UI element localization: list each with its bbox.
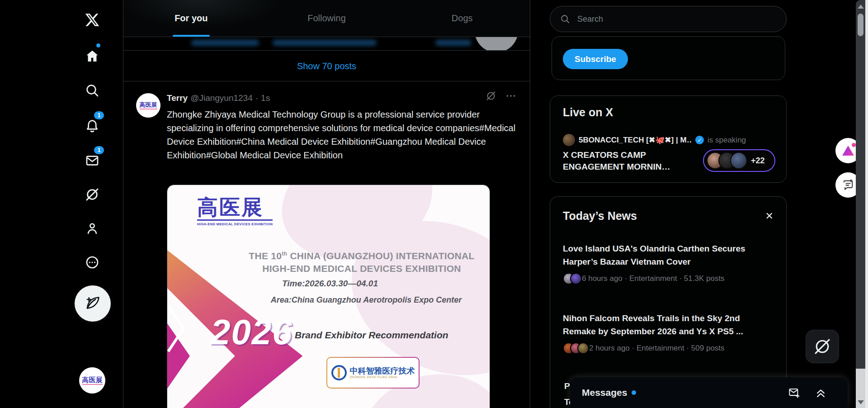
- sidebar-item-notifications[interactable]: 1: [80, 113, 105, 138]
- avatar-logo-text: 高医展: [82, 376, 103, 385]
- tweet-timestamp[interactable]: 1s: [261, 93, 270, 103]
- sidebar-item-grok[interactable]: [80, 182, 105, 207]
- poster-logo-cn: 高医展: [197, 196, 273, 218]
- peek-link-blur: [435, 40, 472, 46]
- live-card-title: Live on X: [563, 106, 613, 119]
- grok-icon: [813, 337, 832, 356]
- news-meta-text: 2 hours ago · Entertainment · 509 posts: [589, 344, 725, 353]
- live-on-x-card[interactable]: Live on X 5BONACCI_TECH [✖🐙✖] | M… ✓ is …: [550, 95, 787, 183]
- show-new-posts-label: Show 70 posts: [297, 61, 356, 71]
- news-avatar: [570, 273, 582, 285]
- search-icon: [560, 14, 570, 24]
- exhibitor-name-cn: 中科智雅医疗技术: [350, 367, 415, 375]
- tweet-author-avatar[interactable]: 高医展: [136, 93, 160, 118]
- live-host-status: is speaking: [708, 136, 746, 145]
- poster-white-chevron-icon: [167, 304, 188, 353]
- sidebar-item-profile[interactable]: [80, 216, 105, 241]
- poster-title-sup: th: [282, 251, 287, 257]
- home-icon: [85, 49, 99, 63]
- envelope-icon: [85, 153, 99, 168]
- messages-drawer-title: Messages: [582, 387, 627, 398]
- grok-icon: [85, 187, 100, 202]
- home-unread-dot: [96, 43, 100, 47]
- verified-badge-icon: ✓: [695, 136, 704, 144]
- news-avatar: [577, 342, 589, 354]
- new-message-icon[interactable]: [788, 387, 800, 399]
- tab-following-label: Following: [307, 13, 345, 24]
- scrollbar-up-arrow-icon[interactable]: [858, 5, 864, 9]
- poster-year: 2026: [211, 312, 293, 353]
- poster-logo-caption: HIGH-END MEDICAL DEVICES EXHIBITION: [197, 219, 273, 226]
- tab-following[interactable]: Following: [259, 0, 395, 37]
- premium-subscribe-card: Subscribe: [552, 36, 785, 80]
- live-host-row: 5BONACCI_TECH [✖🐙✖] | M… ✓ is speaking: [563, 134, 775, 146]
- scrollbar-down-arrow-icon[interactable]: [858, 400, 864, 404]
- ai-extension-logo-dot: [852, 143, 856, 147]
- news-avatars: [563, 273, 577, 285]
- bell-icon: [85, 119, 99, 133]
- more-circle-icon: [85, 255, 99, 270]
- peek-avatar: [475, 37, 518, 51]
- tweet-text: Zhongke Zhiyaya Medical Technology Group…: [167, 108, 519, 162]
- live-host-avatar: [563, 134, 575, 146]
- poster-exhibitor-box: 中科智雅医疗技术 ZHONGKE ZHIYA YILIAO JISHU: [326, 357, 420, 389]
- live-listeners-pill[interactable]: +22: [703, 149, 775, 172]
- profile-icon: [85, 221, 99, 236]
- notifications-badge: 1: [94, 111, 104, 119]
- show-new-posts-button[interactable]: Show 70 posts: [123, 51, 530, 81]
- grok-floating-button[interactable]: [806, 330, 839, 363]
- x-logo-icon: [85, 12, 100, 28]
- search-icon: [85, 83, 99, 98]
- live-host-name: 5BONACCI_TECH [✖🐙✖] | M…: [579, 135, 692, 145]
- poster-title-l1b: CHINA (GUANGZHOU) INTERNATIONAL: [287, 251, 474, 261]
- news-avatars: [563, 342, 585, 354]
- messages-unread-dot: [632, 390, 636, 395]
- poster-title: THE 10th CHINA (GUANGZHOU) INTERNATIONAL…: [235, 247, 488, 275]
- sidebar-item-more[interactable]: [80, 250, 105, 275]
- exhibitor-name-en: ZHONGKE ZHIYA YILIAO JISHU: [350, 375, 415, 379]
- messages-badge: 1: [94, 146, 104, 154]
- poster-logo-block: 高医展 HIGH-END MEDICAL DEVICES EXHIBITION: [197, 196, 273, 226]
- sidebar-item-explore[interactable]: [80, 78, 105, 103]
- news-item[interactable]: Love Island USA's Olandria Carthen Secur…: [563, 242, 774, 285]
- sidebar-item-messages[interactable]: 1: [80, 148, 105, 173]
- peek-link-blur: [273, 40, 377, 46]
- listener-avatar: [730, 152, 747, 169]
- tweet-image-exhibition-poster[interactable]: 高医展 HIGH-END MEDICAL DEVICES EXHIBITION …: [167, 185, 490, 408]
- expand-drawer-icon[interactable]: [815, 387, 827, 399]
- compose-post-button[interactable]: [75, 285, 111, 322]
- ai-extension-logo-icon: [842, 146, 854, 156]
- tab-dogs[interactable]: Dogs: [394, 0, 530, 37]
- sidebar-item-home[interactable]: [80, 43, 105, 69]
- tab-for-you[interactable]: For you: [123, 0, 259, 37]
- tweet-author-name[interactable]: Terry: [167, 93, 188, 103]
- scrollbar-bottom-cap: [856, 369, 865, 408]
- search-bar[interactable]: [550, 6, 787, 32]
- poster-title-l1a: THE 10: [249, 251, 282, 261]
- poster-title-l2: HIGH-END MEDICAL DEVICES EXHIBITION: [262, 263, 461, 274]
- news-headline[interactable]: Love Island USA's Olandria Carthen Secur…: [563, 242, 774, 268]
- tweet-author-handle[interactable]: @Jiangyun1234: [190, 93, 253, 103]
- search-input[interactable]: [576, 14, 759, 24]
- timeline-tabbar: For you Following Dogs: [123, 0, 530, 37]
- todays-news-card: Today’s News ✕ Love Island USA's Olandri…: [550, 196, 787, 408]
- account-avatar[interactable]: 高医展: [79, 367, 105, 394]
- poster-time: Time:2026.03.30—04.01: [235, 279, 425, 289]
- tab-for-you-label: For you: [175, 13, 208, 24]
- messages-drawer[interactable]: Messages: [570, 377, 848, 408]
- poster-area: Area:China Guangzhou Aerotropolis Expo C…: [244, 295, 488, 305]
- x-home-page: 1 1 高医展 For you Followin: [0, 0, 868, 408]
- news-headline[interactable]: Nihon Falcom Reveals Trails in the Sky 2…: [563, 312, 774, 338]
- scrollbar-thumb[interactable]: [858, 14, 863, 36]
- page-scrollbar[interactable]: [856, 0, 865, 408]
- listener-more-count: +22: [751, 156, 765, 166]
- window-edge-strip: [865, 0, 868, 408]
- tweet-avatar-logo-text: 高医展: [140, 102, 157, 109]
- close-icon[interactable]: ✕: [765, 210, 774, 222]
- x-logo[interactable]: [80, 7, 105, 33]
- active-tab-underline: [173, 35, 210, 37]
- news-item[interactable]: Nihon Falcom Reveals Trails in the Sky 2…: [563, 312, 774, 354]
- subscribe-button[interactable]: Subscribe: [563, 49, 628, 69]
- news-meta-text: 6 hours ago · Entertainment · 51.3K post…: [582, 274, 725, 283]
- timeline-column: For you Following Dogs Show 70 posts 高医展: [123, 0, 530, 408]
